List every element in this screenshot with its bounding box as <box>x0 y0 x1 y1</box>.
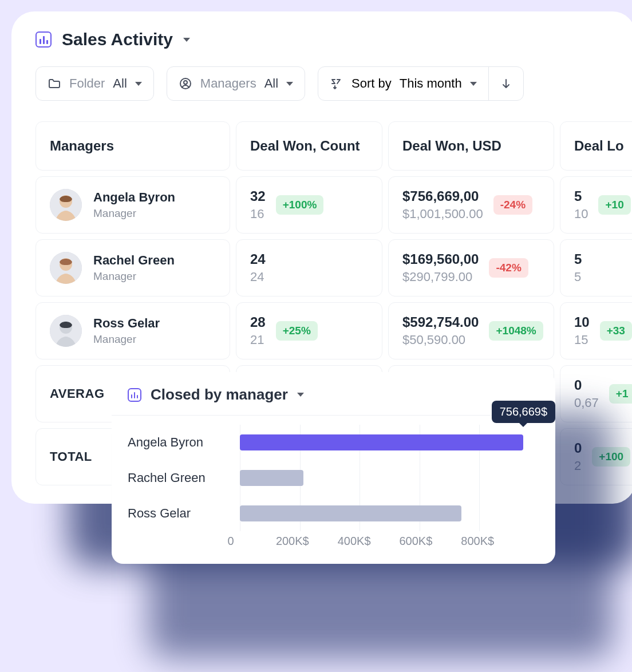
manager-name: Angela Byron <box>93 190 175 205</box>
sort-value: This month <box>400 76 462 91</box>
managers-filter[interactable]: Managers All <box>167 66 305 101</box>
manager-cell[interactable]: Rachel Green Manager <box>35 239 230 297</box>
delta-badge: +33 <box>600 321 632 341</box>
column-header-managers: Managers <box>35 121 230 171</box>
manager-role: Manager <box>93 333 160 346</box>
chart-x-axis: 0200K$400K$600K$800K$ <box>128 535 539 548</box>
managers-filter-value: All <box>264 76 278 91</box>
deal-won-count-cell: 3216 +100% <box>236 176 382 234</box>
column-header-deal-won-count: Deal Won, Count <box>236 121 382 171</box>
chart-bar[interactable] <box>240 434 523 450</box>
avatar <box>50 252 82 284</box>
chart-category-label: Rachel Green <box>128 471 231 485</box>
closed-by-manager-popup: Closed by manager Angela Byron 756,669$ … <box>112 372 555 564</box>
arrow-down-icon <box>500 77 512 90</box>
popup-header: Closed by manager <box>112 372 555 416</box>
deal-won-count-cell: 2424 <box>236 239 382 297</box>
chevron-down-icon[interactable] <box>297 393 304 397</box>
sort-control: Sort by This month <box>318 66 524 101</box>
card-header: Sales Activity <box>30 30 632 49</box>
manager-cell[interactable]: Angela Byron Manager <box>35 176 230 234</box>
chart-body: Angela Byron 756,669$ Rachel Green Ross … <box>112 416 555 564</box>
chart-plot-area: 756,669$ <box>240 425 539 460</box>
chevron-down-icon <box>135 82 142 86</box>
column-header-deal-lost: Deal Lo <box>560 121 632 171</box>
sort-direction-button[interactable] <box>489 67 523 100</box>
manager-role: Manager <box>93 207 175 220</box>
chart-plot-area <box>240 460 539 496</box>
filter-row: Folder All Managers All Sort by <box>30 66 632 101</box>
avatar <box>50 189 82 221</box>
folder-filter-label: Folder <box>69 76 105 91</box>
chevron-down-icon <box>470 82 477 86</box>
page-title: Sales Activity <box>62 30 173 49</box>
chart-row: Angela Byron 756,669$ <box>128 425 539 460</box>
chart-row: Ross Gelar <box>128 496 539 531</box>
avatar <box>50 315 82 347</box>
bar-chart-icon <box>35 31 52 48</box>
svg-point-1 <box>184 81 187 84</box>
chart-x-ticks: 0200K$400K$600K$800K$ <box>231 535 539 548</box>
delta-badge: -24% <box>493 195 532 215</box>
delta-badge: +10 <box>598 195 630 215</box>
chart-category-label: Ross Gelar <box>128 506 231 521</box>
folder-filter[interactable]: Folder All <box>35 66 154 101</box>
manager-role: Manager <box>93 270 175 283</box>
sort-az-icon <box>330 77 343 90</box>
chevron-down-icon[interactable] <box>183 38 190 42</box>
sort-label: Sort by <box>351 76 392 91</box>
manager-cell[interactable]: Ross Gelar Manager <box>35 302 230 359</box>
deal-won-usd-cell: $756,669,00$1,001,500.00 -24% <box>388 176 554 234</box>
delta-badge: +1048% <box>489 321 543 341</box>
chart-tooltip: 756,669$ <box>492 401 555 423</box>
deal-won-count-cell: 2821 +25% <box>236 302 382 359</box>
deal-lost-cell: 55 <box>560 239 632 297</box>
delta-badge: +1 <box>609 384 632 404</box>
popup-title: Closed by manager <box>151 386 288 404</box>
chart-row: Rachel Green <box>128 460 539 496</box>
chart-bar[interactable] <box>240 470 303 486</box>
chart-bar[interactable] <box>240 505 461 521</box>
delta-badge: -42% <box>489 258 528 278</box>
deal-lost-cell: 1015 +33 <box>560 302 632 359</box>
chart-category-label: Angela Byron <box>128 435 231 450</box>
folder-filter-value: All <box>113 76 127 91</box>
manager-name: Ross Gelar <box>93 316 160 331</box>
deal-won-usd-cell: $592,754.00$50,590.00 +1048% <box>388 302 554 359</box>
bar-chart-icon <box>128 388 141 402</box>
deal-won-usd-cell: $169,560,00$290,799.00 -42% <box>388 239 554 297</box>
chevron-down-icon <box>286 82 293 86</box>
delta-badge: +100% <box>276 195 324 215</box>
user-icon <box>179 77 192 90</box>
sort-dropdown[interactable]: Sort by This month <box>318 67 489 100</box>
deal-lost-cell: 510 +10 <box>560 176 632 234</box>
managers-filter-label: Managers <box>200 76 256 91</box>
delta-badge: +25% <box>276 321 318 341</box>
column-header-deal-won-usd: Deal Won, USD <box>388 121 554 171</box>
chart-plot-area <box>240 496 539 531</box>
manager-name: Rachel Green <box>93 253 175 268</box>
folder-icon <box>48 77 61 90</box>
